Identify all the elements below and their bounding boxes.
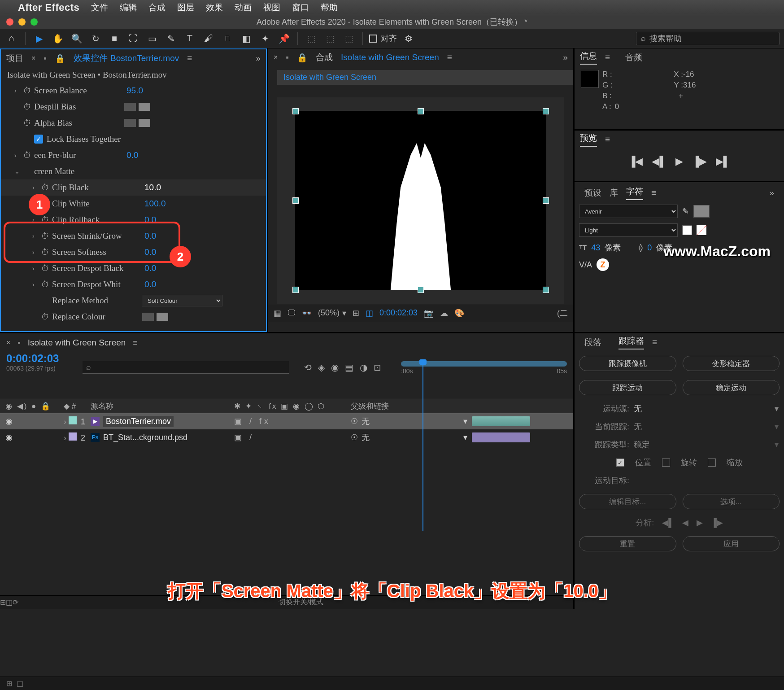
layer-parent[interactable]: ☉ 无 ▾ — [351, 432, 467, 443]
property-row[interactable]: ✓Lock Biases Together — [1, 131, 266, 147]
help-search[interactable]: ⌕ 搜索帮助 — [636, 32, 780, 45]
visibility-icon[interactable]: ◉ — [5, 416, 64, 426]
tab-presets[interactable]: 预设 — [584, 187, 601, 199]
chevron-down-icon[interactable]: ▾ — [463, 432, 467, 442]
resolution-icon[interactable]: 🖵 — [287, 308, 296, 318]
col-parent[interactable]: 父级和链接 — [351, 401, 467, 411]
property-value[interactable]: 0.0 — [142, 263, 156, 273]
first-frame-icon[interactable]: ▐◀ — [628, 156, 643, 167]
btn-stabilize-motion[interactable]: 稳定运动 — [683, 380, 780, 395]
tab-tracker[interactable]: 跟踪器 — [618, 335, 644, 349]
stopwatch-icon[interactable]: ⏱ — [23, 151, 34, 160]
composition-viewer[interactable]: ✛ — [277, 97, 564, 304]
menu-view[interactable]: 视图 — [263, 2, 280, 13]
property-value[interactable]: 100.0 — [142, 199, 166, 209]
tl-tab-close-icon[interactable]: × — [6, 339, 10, 347]
btn-warp-stabilizer[interactable]: 变形稳定器 — [683, 356, 780, 371]
stroke-white-swatch[interactable] — [682, 225, 692, 235]
menu-effect[interactable]: 效果 — [206, 2, 223, 13]
font-size-value[interactable]: 43 — [591, 243, 600, 253]
expand-chevron-icon[interactable]: ⌄ — [14, 168, 23, 175]
comp-time[interactable]: 0:00:02:03 — [379, 308, 418, 318]
rect-tool-icon[interactable]: ▭ — [145, 31, 159, 46]
grid-icon[interactable]: ⊞ — [353, 308, 359, 318]
handle-br-icon[interactable] — [543, 287, 549, 293]
menu-comp[interactable]: 合成 — [148, 2, 166, 13]
last-frame-icon[interactable]: ▶▌ — [716, 156, 731, 167]
overflow-icon[interactable]: » — [256, 53, 261, 63]
comp-lock-icon[interactable]: 🔒 — [297, 52, 308, 63]
property-row[interactable]: ›⏱Screen Despot Whit0.0 — [1, 276, 266, 293]
handle-tr-icon[interactable] — [543, 108, 549, 114]
property-row[interactable]: ›⏱Clip Black10.0 — [1, 179, 266, 196]
handle-bl-icon[interactable] — [292, 287, 299, 293]
tab-preview[interactable]: 预览 — [580, 132, 597, 147]
chevron-down-icon[interactable]: ▾ — [463, 416, 467, 426]
layer-switches[interactable]: ▣ / fx — [234, 416, 351, 426]
menu-file[interactable]: 文件 — [91, 2, 108, 13]
tl-icon-4[interactable]: ▤ — [345, 362, 353, 373]
property-value[interactable]: 95.0 — [124, 86, 143, 96]
layer-duration-bar[interactable] — [472, 432, 530, 442]
property-row[interactable]: ›⏱Screen Softness0.0 — [1, 244, 266, 260]
property-select[interactable]: Soft Colour — [142, 295, 222, 306]
expand-chevron-icon[interactable]: › — [32, 232, 41, 240]
snap-checkbox-icon[interactable] — [369, 35, 377, 43]
stopwatch-icon[interactable]: ⏱ — [23, 86, 34, 96]
layer-duration-bar[interactable] — [472, 416, 530, 426]
tl-icon-3[interactable]: ◉ — [331, 362, 339, 373]
property-row[interactable]: ⏱Replace Colour — [1, 309, 266, 325]
property-row[interactable]: ›⏱Screen Shrink/Grow0.0 — [1, 228, 266, 244]
chevron-down-icon[interactable]: ▾ — [775, 404, 779, 414]
tab-info[interactable]: 信息 — [580, 50, 597, 65]
no-stroke-icon[interactable] — [697, 225, 706, 235]
expand-chevron-icon[interactable]: › — [32, 216, 41, 223]
timeline-search[interactable]: ⌕ — [83, 361, 289, 374]
snapping-options-icon[interactable]: ⚙ — [401, 31, 416, 46]
snap-group[interactable]: 对齐 — [369, 33, 397, 44]
zoom-dropdown[interactable]: (50%) ▾ — [318, 308, 346, 318]
orbit-tool-icon[interactable]: ↻ — [88, 31, 103, 46]
property-row[interactable]: ⏱Despill Bias — [1, 99, 266, 115]
tab-close-icon[interactable]: × — [31, 54, 35, 62]
color-mgmt-icon[interactable]: 🎨 — [454, 308, 464, 318]
stopwatch-icon[interactable]: ⏱ — [23, 102, 34, 112]
property-value[interactable]: 0.0 — [142, 279, 156, 289]
tab-library[interactable]: 库 — [610, 187, 618, 199]
btn-options[interactable]: 选项... — [683, 494, 780, 509]
lock-icon[interactable]: 🔒 — [55, 53, 65, 64]
expand-chevron-icon[interactable]: › — [32, 281, 41, 288]
zoom-tool-icon[interactable]: 🔍 — [70, 31, 84, 46]
tab-effect-controls[interactable]: 效果控件 BostonTerrier.mov — [74, 52, 179, 64]
analyze-back-full-icon[interactable]: ◀▌ — [662, 518, 674, 528]
property-row[interactable]: ⌄creen Matte — [1, 163, 266, 179]
expand-chevron-icon[interactable]: › — [64, 433, 66, 442]
text-tool-icon[interactable]: T — [183, 31, 197, 46]
toggle-mask-icon[interactable]: ◫ — [366, 308, 373, 318]
layer-parent[interactable]: ☉ 无 ▾ — [351, 416, 467, 427]
layer-switches[interactable]: ▣ / — [234, 432, 351, 442]
col-source-name[interactable]: 源名称 — [91, 401, 234, 411]
btn-track-motion[interactable]: 跟踪运动 — [579, 380, 676, 395]
local-axis-icon[interactable]: ⬚ — [304, 31, 318, 46]
tl-icon-5[interactable]: ◑ — [360, 362, 367, 373]
timeline-ruler[interactable]: :00s05s — [401, 360, 567, 375]
view-mode[interactable]: (二 — [557, 308, 568, 319]
motion-source-value[interactable]: 无 — [634, 403, 642, 414]
menu-edit[interactable]: 编辑 — [120, 2, 137, 13]
timeline-comp-name[interactable]: Isolate with Green Screen — [28, 338, 126, 348]
stopwatch-icon[interactable]: ⏱ — [41, 183, 52, 192]
menu-layer[interactable]: 图层 — [177, 2, 194, 13]
panel-menu-icon[interactable]: ≡ — [187, 53, 192, 63]
expand-chevron-icon[interactable]: › — [64, 417, 66, 426]
tl-icon-shy[interactable]: ◈ — [318, 362, 325, 373]
mask-icon[interactable]: 👓 — [302, 308, 312, 318]
property-value[interactable]: 0.0 — [142, 231, 156, 241]
tab-character[interactable]: 字符 — [626, 186, 643, 200]
eyedropper-icon[interactable]: ✎ — [682, 206, 689, 216]
char-menu-icon[interactable]: ≡ — [651, 188, 656, 198]
font-family-select[interactable]: Avenir — [579, 205, 678, 218]
color-swatch-pair[interactable] — [124, 118, 151, 127]
playhead-icon[interactable] — [422, 360, 423, 531]
comp-tab-name[interactable]: Isolate with Green Screen — [341, 52, 439, 62]
